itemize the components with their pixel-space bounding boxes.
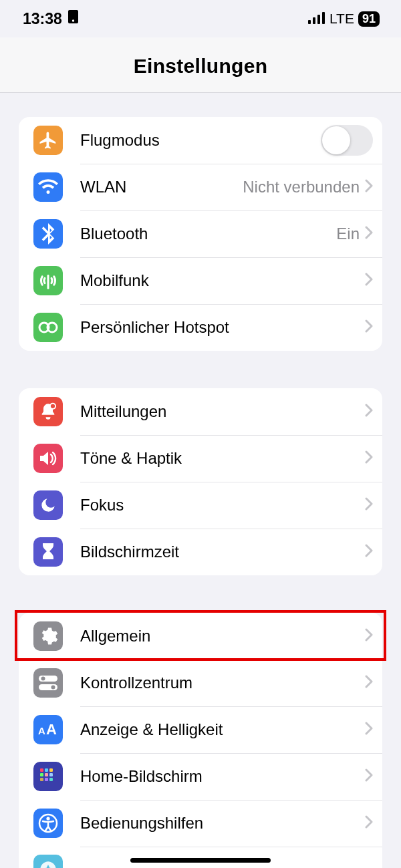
chevron-right-icon [365,628,373,644]
svg-rect-17 [45,768,48,772]
svg-rect-24 [49,778,53,781]
svg-rect-20 [45,773,48,776]
svg-rect-16 [40,768,43,772]
row-sounds[interactable]: Töne & Haptik [19,435,382,482]
antenna-icon [33,266,63,295]
svg-point-1 [72,19,74,21]
row-label: Anzeige & Helligkeit [80,720,365,739]
row-notifications[interactable]: Mitteilungen [19,388,382,435]
airplane-toggle[interactable] [321,125,373,156]
row-label: Bluetooth [80,225,336,243]
svg-point-13 [51,686,55,690]
chevron-right-icon [365,722,373,738]
svg-rect-18 [49,768,53,772]
app-grid-icon [33,762,63,791]
row-display[interactable]: AA Anzeige & Helligkeit [19,706,382,753]
battery-level-badge: 91 [358,11,380,27]
row-label: Persönlicher Hotspot [80,318,365,337]
accessibility-icon [33,809,63,838]
row-label: Kontrollzentrum [80,674,365,692]
row-label: Fokus [80,496,365,515]
chevron-right-icon [365,544,373,560]
svg-rect-19 [40,773,43,776]
row-label: Mitteilungen [80,402,365,421]
row-airplane-mode[interactable]: Flugmodus [19,117,382,164]
row-general[interactable]: Allgemein [19,613,382,660]
speaker-icon [33,444,63,473]
row-value: Ein [336,225,360,243]
aa-icon: AA [33,715,63,744]
chevron-right-icon [365,226,373,242]
chevron-right-icon [365,675,373,691]
toggles-icon [33,668,63,698]
row-label: Home-Bildschirm [80,767,365,786]
row-wlan[interactable]: WLAN Nicht verbunden [19,164,382,210]
chevron-right-icon [365,815,373,831]
row-accessibility[interactable]: Bedienungshilfen [19,800,382,847]
svg-rect-22 [40,778,43,781]
row-value: Nicht verbunden [243,178,360,196]
row-bluetooth[interactable]: Bluetooth Ein [19,210,382,257]
row-label: Bedienungshilfen [80,814,365,833]
row-partial-next[interactable] [19,847,382,868]
settings-group-notifications: Mitteilungen Töne & Haptik Fokus Bildsch… [19,388,382,575]
chevron-right-icon [365,179,373,195]
row-screentime[interactable]: Bildschirmzeit [19,529,382,575]
svg-point-9 [50,404,55,409]
row-control-center[interactable]: Kontrollzentrum [19,660,382,706]
chevron-right-icon [365,450,373,466]
page-header: Einstellungen [0,37,401,93]
svg-rect-2 [308,20,311,24]
svg-point-26 [46,817,49,820]
row-label: Mobilfunk [80,271,365,290]
svg-rect-3 [313,17,315,24]
svg-rect-21 [49,773,53,776]
wallpaper-icon [33,855,63,868]
home-indicator [130,858,271,863]
moon-icon [33,490,63,520]
svg-rect-23 [45,778,48,781]
row-cellular[interactable]: Mobilfunk [19,257,382,304]
network-type-label: LTE [329,11,354,27]
row-label: Töne & Haptik [80,449,365,468]
wifi-icon [33,172,63,202]
chevron-right-icon [365,768,373,784]
settings-group-connectivity: Flugmodus WLAN Nicht verbunden Bluetooth… [19,117,382,351]
row-hotspot[interactable]: Persönlicher Hotspot [19,304,382,351]
row-focus[interactable]: Fokus [19,482,382,529]
row-label: Bildschirmzeit [80,543,365,561]
hourglass-icon [33,537,63,567]
row-home-screen[interactable]: Home-Bildschirm [19,753,382,800]
svg-text:A: A [38,725,45,736]
bluetooth-icon [33,219,63,249]
chevron-right-icon [365,404,373,420]
svg-rect-4 [317,15,320,24]
svg-text:A: A [46,722,57,738]
status-bar: 13:38 LTE 91 [0,0,401,37]
hotspot-icon [33,313,63,342]
chevron-right-icon [365,273,373,289]
signal-bars-icon [308,10,325,28]
row-label: WLAN [80,178,243,196]
svg-rect-5 [322,12,325,24]
chevron-right-icon [365,497,373,513]
airplane-icon [33,126,63,155]
gear-icon [33,621,63,651]
portrait-lock-icon [68,9,79,28]
svg-point-11 [41,677,45,681]
status-time: 13:38 [23,10,62,28]
bell-icon [33,397,63,426]
page-title: Einstellungen [134,55,268,78]
row-label: Allgemein [80,627,365,645]
chevron-right-icon [365,319,373,335]
row-label: Flugmodus [80,131,321,150]
settings-group-general: Allgemein Kontrollzentrum AA Anzeige & H… [19,613,382,868]
